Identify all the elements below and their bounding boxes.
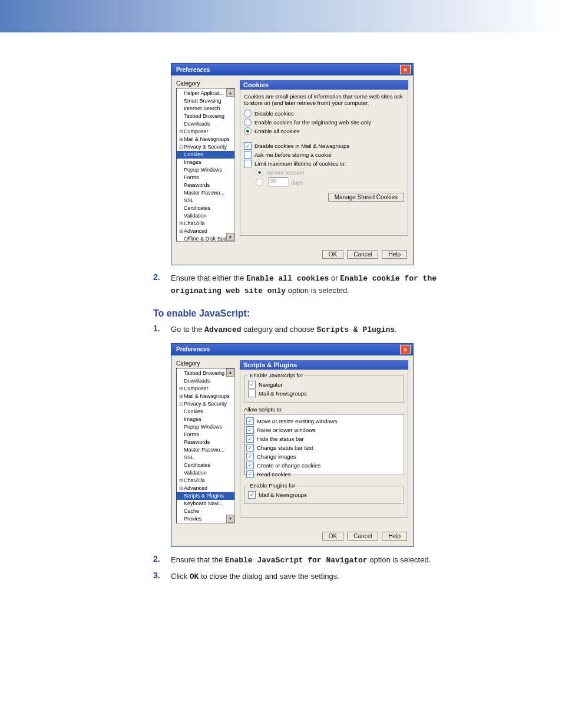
ok-button[interactable]: OK [322,250,343,259]
allow-scripts-list: ✓Move or resize existing windows ✓Raise … [244,414,404,475]
tree-item[interactable]: ⊞Mail & Newsgroups [177,136,234,143]
tree-item[interactable]: Tabbed Browsing [177,113,234,120]
tree-item[interactable]: Images [177,159,234,166]
tree-item[interactable]: Passwords [177,182,234,189]
tree-item[interactable]: ⊟Privacy & Security [177,143,234,151]
enable-js-heading: To enable JavaScript: [153,308,468,319]
close-icon[interactable]: × [400,345,411,354]
tree-item[interactable]: ⊞ChatZilla [177,220,234,228]
page-content: Preferences × Category ▴ ▾ Helper Applic… [0,32,562,611]
mail-news-check[interactable]: Mail & Newsgroups [248,390,400,397]
tree-item[interactable]: ⊞Composer [177,385,234,393]
tree-item[interactable]: Downloads [177,377,234,385]
tree-item[interactable]: ⊞Composer [177,128,234,136]
tree-item[interactable]: SSL [177,197,234,205]
read-cookies-check[interactable]: ✓Read cookies [246,470,402,478]
category-tree[interactable]: ▴ ▾ Tabbed BrowsingDownloads⊞Composer⊞Ma… [176,368,235,523]
tree-item[interactable]: Forms [177,431,234,439]
tree-item[interactable]: Smart Browsing [177,97,234,105]
tree-item[interactable]: Validation [177,212,234,220]
tree-item[interactable]: Master Passwo... [177,446,234,454]
dialog-title: Preferences [176,346,210,353]
plugins-mail-check[interactable]: ✓Mail & Newsgroups [248,491,400,499]
category-label: Category [176,360,235,367]
navigator-check[interactable]: ✓Navigator [248,381,400,388]
allow-scripts-label: Allow scripts to: [244,406,404,413]
tree-item[interactable]: Popup Windows [177,166,234,174]
step-2b: 2. Ensure that the Enable JavaScript for… [153,554,468,566]
tree-item[interactable]: Cookies [177,151,234,159]
scroll-up-icon[interactable]: ▴ [226,88,234,97]
help-button[interactable]: Help [382,532,407,541]
step-2a: 2. Ensure that either the Enable all coo… [153,272,468,297]
hide-statusbar-check[interactable]: ✓Hide the status bar [246,435,402,443]
tree-item[interactable]: ⊞Mail & Newsgroups [177,393,234,400]
tree-item[interactable]: Passwords [177,439,234,446]
change-images-check[interactable]: ✓Change images [246,453,402,460]
tree-item[interactable]: Cookies [177,408,234,416]
move-resize-check[interactable]: ✓Move or resize existing windows [246,417,402,425]
tree-item[interactable]: Forms [177,174,234,182]
category-tree[interactable]: ▴ ▾ Helper Applicat...Smart BrowsingInte… [176,88,235,242]
days-radio: 90days [256,177,404,187]
cookies-intro-text: Cookies are small pieces of information … [244,93,404,106]
tree-item[interactable]: Scripts & Plugins [177,492,234,500]
originating-only-radio[interactable]: Enable cookies for the originating web s… [244,118,404,126]
panel-title: Cookies [240,80,408,90]
tree-item[interactable]: ⊞ChatZilla [177,477,234,485]
disable-cookies-radio[interactable]: Disable cookies [244,110,404,117]
dialog-titlebar: Preferences × [171,344,413,355]
dialog-titlebar: Preferences × [171,64,413,75]
tree-item[interactable]: ⊟Privacy & Security [177,400,234,408]
tree-item[interactable]: HTTP Networking [177,523,234,523]
tree-item[interactable]: Certificates [177,462,234,469]
category-label: Category [176,80,235,87]
top-gradient-bar [0,0,562,32]
close-icon[interactable]: × [400,65,411,74]
scripts-dialog-screenshot: Preferences × Category ▴ ▾ Tabbed Browsi… [171,343,414,547]
tree-item[interactable]: Certificates [177,205,234,212]
tree-item[interactable]: ⊟Advanced [177,485,234,492]
change-statusbar-check[interactable]: ✓Change status bar text [246,444,402,452]
tree-item[interactable]: SSL [177,454,234,462]
cookies-dialog-screenshot: Preferences × Category ▴ ▾ Helper Applic… [171,63,414,265]
enable-js-group-label: Enable JavaScript for [248,372,305,378]
panel-title: Scripts & Plugins [240,360,408,370]
ask-before-storing-check[interactable]: Ask me before storing a cookie [244,151,404,159]
cancel-button[interactable]: Cancel [347,532,378,541]
tree-item[interactable]: Downloads [177,120,234,128]
tree-item[interactable]: Master Passwo... [177,189,234,197]
limit-lifetime-check[interactable]: Limit maximum lifetime of cookies to: [244,160,404,167]
tree-item[interactable]: Internet Search [177,105,234,113]
ok-button[interactable]: OK [322,532,343,541]
current-session-radio: current session [256,169,404,176]
dialog-title: Preferences [176,67,210,73]
manage-cookies-button[interactable]: Manage Stored Cookies [328,193,404,202]
raise-lower-check[interactable]: ✓Raise or lower windows [246,426,402,434]
tree-item[interactable]: Keyboard Navi... [177,500,234,508]
enable-plugins-group-label: Enable Plugins for [248,482,297,489]
step-1b: 1. Go to the Advanced category and choos… [153,324,468,336]
tree-item[interactable]: Images [177,416,234,423]
cancel-button[interactable]: Cancel [347,250,378,259]
create-cookies-check[interactable]: ✓Create or change cookies [246,462,402,469]
step-3b: 3. Click OK to close the dialog and save… [153,571,468,583]
disable-mail-cookies-check[interactable]: ✓Disable cookies in Mail & Newsgroups [244,142,404,150]
scroll-down-icon[interactable]: ▾ [226,515,234,523]
tree-item[interactable]: Validation [177,469,234,477]
help-button[interactable]: Help [382,250,407,259]
tree-item[interactable]: Popup Windows [177,423,234,431]
scroll-up-icon[interactable]: ▴ [226,368,234,377]
enable-all-cookies-radio[interactable]: Enable all cookies [244,127,404,135]
scroll-down-icon[interactable]: ▾ [226,233,234,241]
